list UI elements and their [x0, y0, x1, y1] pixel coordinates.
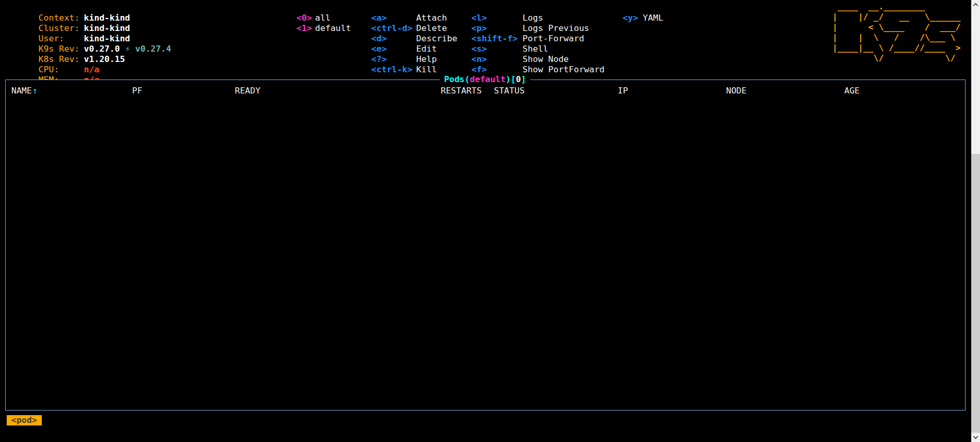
cluster-info-panel: Context:kind-kind Cluster:kind-kind User… — [8, 3, 171, 75]
hotkey-s: <s> — [472, 44, 523, 54]
scroll-down-button[interactable] — [971, 433, 980, 442]
column-header-restarts: RESTARTS — [441, 86, 481, 96]
resource-name: Pods — [444, 74, 465, 84]
table-title: Pods(default)[0] — [440, 74, 531, 85]
context-value: kind-kind — [84, 13, 130, 23]
cluster-label: Cluster: — [39, 23, 84, 34]
k8s-rev-value: v1.20.15 — [84, 54, 125, 64]
menu-item-ns-all[interactable]: <0>all — [266, 3, 351, 13]
user-value: kind-kind — [84, 34, 130, 43]
menu-item-yaml[interactable]: <y>YAML — [592, 3, 663, 13]
table-header-row: NAME ↑ PF READY RESTARTS STATUS IP NODE … — [0, 86, 980, 96]
breadcrumb-pod[interactable]: <pod> — [7, 415, 42, 425]
k8s-rev-label: K8s Rev: — [39, 54, 84, 65]
k9s-rev-value: v0.27.0 — [84, 44, 120, 54]
menu-item-attach[interactable]: <a>Attach — [341, 3, 457, 13]
hotkey-1: <1> — [297, 23, 315, 34]
namespace-name: default — [470, 74, 506, 84]
column-header-ip: IP — [618, 86, 628, 96]
namespace-menu: <0>all <1>default — [266, 3, 351, 23]
cluster-value: kind-kind — [84, 23, 130, 33]
action-menu-col2: <l>Logs <p>Logs Previous <shift-f>Port-F… — [441, 3, 605, 65]
hotkey-shift-f: <shift-f> — [472, 34, 523, 44]
chevron-down-icon — [973, 434, 978, 439]
hotkey-f: <f> — [472, 65, 523, 75]
hotkey-y: <y> — [623, 13, 643, 23]
context-label: Context: — [39, 13, 84, 23]
sort-ascending-icon: ↑ — [33, 86, 38, 96]
hotkey-ctrl-d: <ctrl-d> — [372, 23, 416, 34]
column-header-status: STATUS — [494, 86, 525, 96]
chevron-up-icon — [973, 3, 978, 8]
column-header-age: AGE — [844, 86, 860, 96]
info-row-context: Context:kind-kind — [8, 3, 171, 13]
hotkey-question: <?> — [372, 54, 416, 65]
action-menu-col1: <a>Attach <ctrl-d>Delete <d>Describe <e>… — [341, 3, 457, 65]
k9s-terminal: Context:kind-kind Cluster:kind-kind User… — [0, 0, 980, 442]
hotkey-e: <e> — [372, 44, 416, 54]
column-header-ready: READY — [235, 86, 261, 96]
pods-table-frame — [5, 80, 966, 411]
menu-item-logs[interactable]: <l>Logs — [441, 3, 605, 13]
column-header-node: NODE — [726, 86, 747, 96]
scroll-up-button[interactable] — [971, 0, 980, 9]
hotkey-a: <a> — [372, 13, 416, 23]
hotkey-l: <l> — [472, 13, 523, 23]
column-header-pf: PF — [132, 86, 142, 96]
user-label: User: — [39, 34, 84, 44]
hotkey-p: <p> — [472, 23, 523, 34]
hotkey-d: <d> — [372, 34, 416, 44]
k9s-rev-label: K9s Rev: — [39, 44, 84, 54]
scrollbar[interactable] — [971, 0, 980, 442]
hotkey-0: <0> — [297, 13, 315, 23]
cpu-label: CPU: — [39, 65, 84, 75]
k9s-upgrade-notice: ⚡ v0.27.4 — [125, 44, 171, 54]
cpu-value: n/a — [84, 65, 100, 74]
hotkey-ctrl-k: <ctrl-k> — [372, 65, 416, 75]
resource-count: 0 — [516, 74, 521, 84]
column-header-name: NAME — [11, 86, 32, 96]
hotkey-n: <n> — [472, 54, 523, 65]
k9s-logo: ____ __.________ | |/ _/ __ \______ | < … — [832, 2, 960, 64]
action-menu-col3: <y>YAML — [592, 3, 663, 13]
scrollbar-thumb[interactable] — [971, 154, 980, 433]
